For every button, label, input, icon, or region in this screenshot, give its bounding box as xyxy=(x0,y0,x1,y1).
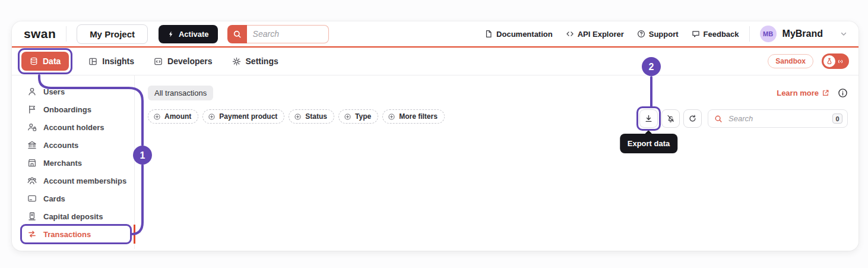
top-bar-links: Documentation API Explorer Support Feedb… xyxy=(471,26,848,42)
sidebar-label: Account holders xyxy=(43,123,104,132)
refresh-button[interactable] xyxy=(683,109,702,128)
panel-header-right: Learn more xyxy=(777,88,848,98)
user-lock-icon xyxy=(27,122,37,132)
settings-gear-icon xyxy=(232,57,241,66)
plus-circle-icon xyxy=(153,113,161,121)
tab-insights[interactable]: Insights xyxy=(88,56,134,66)
info-icon[interactable] xyxy=(838,88,848,98)
support-label: Support xyxy=(649,30,679,39)
tab-data[interactable]: Data xyxy=(21,52,69,71)
sidebar-label: Cards xyxy=(43,194,65,203)
activate-button[interactable]: Activate xyxy=(159,25,218,43)
sidebar-item-accounts[interactable]: Accounts xyxy=(12,136,134,154)
sidebar-item-onboardings[interactable]: Onboardings xyxy=(12,100,134,118)
tab-all-transactions[interactable]: All transactions xyxy=(148,86,213,100)
external-link-icon xyxy=(822,89,829,97)
help-icon xyxy=(637,30,645,38)
sidebar-item-merchants[interactable]: Merchants xyxy=(12,154,134,172)
export-button[interactable] xyxy=(639,109,658,128)
project-selector-button[interactable]: My Project xyxy=(77,24,148,44)
tab-settings-label: Settings xyxy=(246,56,278,66)
sidebar-item-account-holders[interactable]: Account holders xyxy=(12,118,134,136)
refresh-icon xyxy=(688,114,697,123)
sidebar-label: Merchants xyxy=(43,159,82,168)
code-icon xyxy=(566,30,574,38)
sidebar-label: Onboardings xyxy=(43,105,91,114)
capital-deposit-icon xyxy=(27,212,37,221)
section-nav: Data Insights Developers Settings Sandbo… xyxy=(12,48,859,75)
tab-developers[interactable]: Developers xyxy=(154,56,212,66)
database-icon xyxy=(30,57,38,65)
search-result-count: 0 xyxy=(832,113,842,124)
sidebar-label: Transactions xyxy=(43,230,91,239)
flask-icon xyxy=(823,55,835,67)
top-bar: swan My Project Activate Documentation xyxy=(12,21,859,48)
documentation-label: Documentation xyxy=(496,30,553,39)
sidebar-item-account-memberships[interactable]: Account memberships xyxy=(12,172,134,190)
filter-payment-product[interactable]: Payment product xyxy=(202,109,284,124)
filter-label: Type xyxy=(355,112,371,121)
filter-amount[interactable]: Amount xyxy=(148,109,198,124)
filter-chips: Amount Payment product Status Type xyxy=(148,109,445,124)
divider xyxy=(749,26,750,42)
divider xyxy=(66,26,66,42)
tab-settings[interactable]: Settings xyxy=(232,56,278,66)
developers-icon xyxy=(154,57,163,66)
plus-circle-icon xyxy=(208,113,216,121)
filter-more-filters[interactable]: More filters xyxy=(382,109,445,124)
account-menu[interactable]: MB MyBrand xyxy=(760,26,848,42)
data-sidebar: Users Onboardings Account holders Accoun… xyxy=(12,75,135,249)
data-tab-annotated: Data xyxy=(21,52,69,71)
environment-toggle[interactable] xyxy=(822,53,849,69)
api-explorer-label: API Explorer xyxy=(578,30,624,39)
store-icon xyxy=(27,158,37,168)
learn-more-link[interactable]: Learn more xyxy=(777,89,829,97)
flag-icon xyxy=(27,105,37,114)
avatar: MB xyxy=(760,26,777,42)
transactions-icon xyxy=(27,229,37,239)
sidebar-label: Capital deposits xyxy=(43,212,103,221)
filter-label: Payment product xyxy=(219,112,277,121)
tab-developers-label: Developers xyxy=(167,56,212,66)
export-tooltip: Export data xyxy=(620,134,678,153)
transactions-search[interactable]: 0 xyxy=(708,109,848,128)
filter-label: Status xyxy=(305,112,327,121)
document-icon xyxy=(484,30,493,38)
sidebar-label: Users xyxy=(43,87,65,96)
export-icon xyxy=(644,114,653,123)
global-search-input[interactable] xyxy=(247,25,329,43)
tab-data-label: Data xyxy=(43,56,61,66)
insights-icon xyxy=(88,57,97,66)
search-icon[interactable] xyxy=(227,25,247,43)
user-icon xyxy=(27,87,37,96)
app-window: swan My Project Activate Documentation xyxy=(12,21,859,251)
notifications-off-button[interactable] xyxy=(661,109,680,128)
sidebar-item-users[interactable]: Users xyxy=(12,83,134,100)
export-button-annotated: Export data xyxy=(639,109,658,128)
support-link[interactable]: Support xyxy=(637,30,679,39)
search-icon xyxy=(714,115,723,123)
activate-label: Activate xyxy=(179,30,209,39)
filters-toolbar: Amount Payment product Status Type xyxy=(148,109,848,128)
sidebar-label: Account memberships xyxy=(43,176,126,185)
api-explorer-link[interactable]: API Explorer xyxy=(566,30,624,39)
global-search xyxy=(227,25,329,43)
sidebar-label: Accounts xyxy=(43,141,78,150)
sidebar-item-transactions[interactable]: Transactions xyxy=(12,225,134,243)
bell-off-icon xyxy=(666,114,675,123)
learn-more-label: Learn more xyxy=(777,89,819,97)
documentation-link[interactable]: Documentation xyxy=(484,30,553,39)
filter-label: More filters xyxy=(399,112,438,121)
plus-circle-icon xyxy=(294,113,302,121)
sandbox-badge: Sandbox xyxy=(768,54,813,68)
bank-icon xyxy=(27,140,37,150)
toolbar-actions: Export data xyxy=(639,109,848,128)
filter-status[interactable]: Status xyxy=(289,109,334,124)
transactions-search-input[interactable] xyxy=(727,113,828,124)
sidebar-item-cards[interactable]: Cards xyxy=(12,190,134,207)
plus-circle-icon xyxy=(388,113,395,121)
feedback-link[interactable]: Feedback xyxy=(692,30,739,39)
swan-logo: swan xyxy=(24,27,56,41)
filter-type[interactable]: Type xyxy=(338,109,378,124)
sidebar-item-capital-deposits[interactable]: Capital deposits xyxy=(12,207,134,225)
